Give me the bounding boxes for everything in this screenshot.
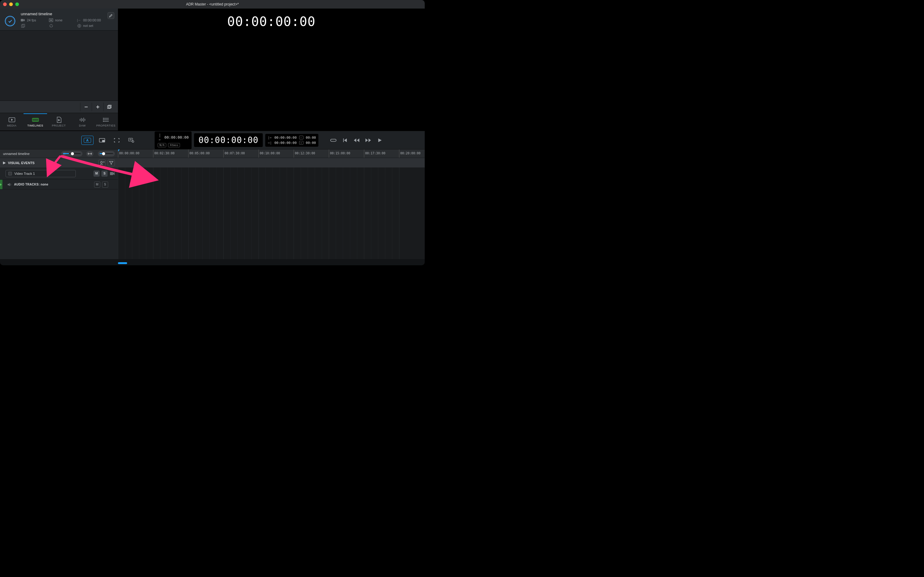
mode-a-button[interactable]: A: [81, 136, 93, 145]
ruler-tick: [329, 150, 329, 158]
svg-point-8: [52, 26, 52, 27]
track-headers: Video Track 1 M S AUDIO TRACKS: none M S: [0, 168, 118, 259]
timelines-list: [0, 31, 118, 100]
svg-rect-3: [21, 25, 24, 27]
expand-audio-icon[interactable]: [0, 184, 2, 186]
time-ruler[interactable]: 00:00:00:0000:02:30:0000:05:00:0000:07:3…: [118, 150, 425, 158]
ruler-tick-label: 00:20:00:00: [400, 152, 420, 155]
globe-icon: [77, 24, 81, 28]
ruler-tick-label: 00:05:00:00: [190, 152, 209, 155]
rewind-button[interactable]: [353, 137, 360, 143]
meta-copy: [21, 24, 49, 28]
video-track-header[interactable]: Video Track 1 M S: [0, 168, 118, 180]
tc-in-value: 00:00:00:00: [164, 135, 188, 140]
svg-marker-49: [378, 139, 382, 142]
svg-point-7: [50, 26, 50, 27]
daw-icon: [79, 117, 86, 122]
ruler-tick: [118, 150, 118, 158]
main-timecode: 00:00:00:00: [194, 133, 262, 147]
properties-icon: [103, 117, 109, 122]
duplicate-button[interactable]: [103, 103, 115, 111]
filter-events-button[interactable]: [108, 160, 115, 166]
add-event-button[interactable]: [98, 160, 106, 166]
remove-button[interactable]: [80, 103, 92, 111]
left-tabs: MEDIA TIMELINES PROJECT DAW PROPERTIES: [0, 113, 118, 131]
ruler-tick-label: 00:17:30:00: [365, 152, 385, 155]
add-button[interactable]: [92, 103, 103, 111]
audio-tracks-header[interactable]: AUDIO TRACKS: none M S: [0, 180, 118, 190]
timelines-icon: [32, 117, 39, 122]
video-mute-button[interactable]: M: [93, 171, 100, 177]
svg-rect-42: [331, 139, 336, 141]
ruler-timeline-name: unnamed timeline: [3, 152, 30, 156]
svg-point-33: [103, 118, 104, 119]
tab-daw[interactable]: DAW: [71, 113, 94, 131]
timeline-header: unnamed timeline 24 fps none |← 00:00:00…: [0, 8, 118, 31]
visual-events-row: ▶ VISUAL EVENTS: [0, 158, 425, 168]
active-timeline-badge[interactable]: [5, 16, 15, 26]
audio-solo-button[interactable]: S: [102, 182, 108, 188]
offset-icon: |←: [77, 18, 81, 22]
fast-forward-button[interactable]: [365, 137, 372, 143]
mode-settings-button[interactable]: [125, 136, 137, 145]
tc-in-box: |←00:00:00:00 N/AAtmos: [155, 131, 192, 149]
ruler-tick: [153, 150, 153, 158]
camera-icon: [21, 18, 25, 22]
edit-timeline-button[interactable]: [108, 12, 114, 19]
loop-button[interactable]: [330, 137, 337, 143]
timeline-zoom-slider[interactable]: [98, 151, 115, 156]
video-track-name-chip[interactable]: Video Track 1: [5, 170, 76, 177]
reel-icon: [49, 24, 53, 28]
titlebar: ADR Master - <untitled project>*: [0, 0, 425, 8]
svg-point-6: [51, 24, 52, 25]
ruler-tick: [188, 150, 188, 158]
video-preview: 00:00:00:00: [118, 8, 425, 131]
minimize-window-button[interactable]: [9, 2, 13, 6]
mode-pip-button[interactable]: [96, 136, 108, 145]
window-title: ADR Master - <untitled project>*: [186, 2, 239, 6]
zoom-window-button[interactable]: [15, 2, 19, 6]
fit-width-button[interactable]: [86, 151, 93, 156]
svg-marker-46: [357, 139, 359, 142]
track-color-swatch[interactable]: [8, 172, 12, 176]
svg-marker-47: [365, 139, 368, 142]
go-to-start-button[interactable]: [341, 137, 348, 143]
horizontal-scrollbar-thumb[interactable]: [118, 262, 127, 264]
play-button[interactable]: [377, 137, 383, 143]
svg-rect-4: [22, 24, 25, 27]
list-toolbar: [0, 100, 118, 113]
ruler-tick-label: 00:00:00:00: [119, 152, 139, 155]
ruler-row: unnamed timeline ⦀⦀ 00:00:00:0000:02:30:…: [0, 149, 425, 158]
tab-project[interactable]: PROJECT: [47, 113, 71, 131]
waveform-zoom-slider[interactable]: ⦀⦀: [61, 151, 82, 156]
tab-media[interactable]: MEDIA: [0, 113, 24, 131]
tab-properties[interactable]: PROPERTIES: [94, 113, 118, 131]
tc-marks-box: |←00:00:00:00−00:00 →|00:00:00:00+00:00: [265, 134, 319, 147]
svg-rect-2: [50, 19, 52, 21]
svg-marker-18: [11, 119, 13, 121]
ruler-tick-label: 00:12:30:00: [295, 152, 315, 155]
copy-icon: [21, 24, 25, 28]
close-window-button[interactable]: [3, 2, 7, 6]
tracks-canvas[interactable]: [118, 168, 425, 259]
atmos-pill[interactable]: Atmos: [168, 143, 180, 147]
project-icon: [56, 117, 62, 122]
video-solo-button[interactable]: S: [101, 171, 108, 177]
svg-point-41: [132, 140, 134, 142]
svg-point-50: [101, 161, 102, 163]
audio-mute-button[interactable]: M: [94, 182, 100, 188]
playback-controls: [330, 137, 383, 143]
svg-marker-45: [354, 139, 356, 142]
audio-strip: [0, 180, 2, 189]
timeline-name: unnamed timeline: [21, 11, 114, 16]
mark-out-icon: →|: [268, 141, 272, 145]
mode-fullscreen-button[interactable]: [111, 136, 123, 145]
transport-bar: A |←00:00:00:00 N/AAtmos 00:00:00:00 |←0…: [0, 131, 425, 149]
collapse-icon[interactable]: ▶: [3, 161, 5, 165]
visual-events-label: VISUAL EVENTS: [8, 161, 35, 165]
ruler-tick: [364, 150, 364, 158]
na-pill[interactable]: N/A: [158, 143, 166, 147]
tab-timelines[interactable]: TIMELINES: [24, 113, 47, 131]
media-icon: [8, 117, 15, 122]
ruler-tick: [223, 150, 224, 158]
